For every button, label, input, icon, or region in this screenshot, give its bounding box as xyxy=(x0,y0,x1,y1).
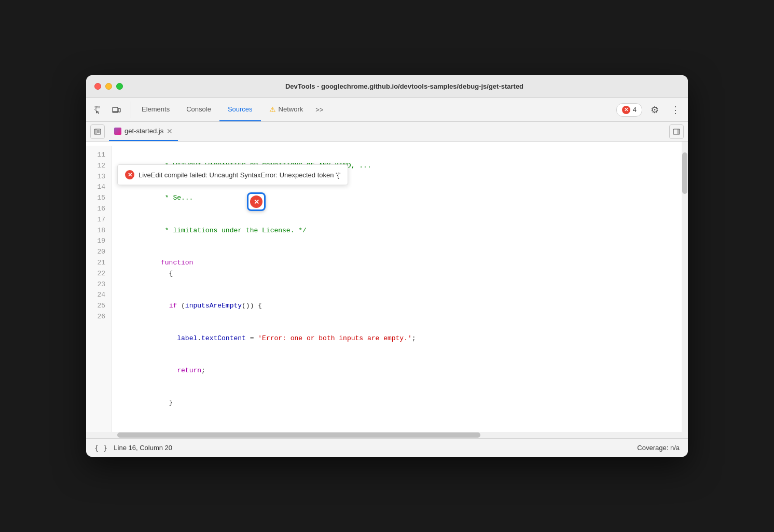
title-bar: DevTools - googlechrome.github.io/devtoo… xyxy=(86,75,688,98)
line-num-12: 12 xyxy=(86,161,112,172)
settings-icon[interactable]: ⚙ xyxy=(646,102,663,118)
line-num-20: 20 xyxy=(86,247,112,258)
line-num-19: 19 xyxy=(86,236,112,247)
coverage-status: Coverage: n/a xyxy=(637,444,680,452)
sidebar-toggle-button[interactable] xyxy=(90,124,105,139)
code-line-12: * Se... xyxy=(120,182,688,214)
line-num-26: 26 xyxy=(86,312,112,323)
line-num-16: 16 xyxy=(86,204,112,215)
status-bar: { } Line 16, Column 20 Coverage: n/a xyxy=(86,438,688,457)
vertical-scrollbar-track[interactable] xyxy=(682,142,688,432)
more-options-icon[interactable]: ⋮ xyxy=(667,102,684,118)
file-tab-get-started-js[interactable]: get-started.js ✕ xyxy=(109,122,178,141)
code-line-16: label.textContent = 'Error: one or both … xyxy=(120,323,688,355)
tabs-overflow-button[interactable]: >> xyxy=(311,98,327,121)
code-line-17: return; xyxy=(120,355,688,387)
svg-rect-2 xyxy=(95,109,96,110)
line-numbers: 11 12 13 14 15 16 17 18 19 20 21 22 23 2… xyxy=(86,146,112,432)
toolbar-right: ✕ 4 ⚙ ⋮ xyxy=(616,102,684,118)
devtools-toolbar: Elements Console Sources ⚠ Network >> ✕ … xyxy=(86,98,688,122)
line-num-17: 17 xyxy=(86,215,112,226)
line-num-21: 21 xyxy=(86,258,112,269)
code-lines[interactable]: * WITHOUT WARRANTIES OR CONDITIONS OF AN… xyxy=(112,146,688,432)
error-count-badge[interactable]: ✕ 4 xyxy=(616,103,642,117)
maximize-button[interactable] xyxy=(116,83,123,90)
file-tabs-bar: get-started.js ✕ xyxy=(86,122,688,142)
error-tooltip: ✕ LiveEdit compile failed: Uncaught Synt… xyxy=(117,164,348,185)
line-num-11: 11 xyxy=(86,150,112,161)
window-title: DevTools - googlechrome.github.io/devtoo… xyxy=(129,82,680,90)
network-warning-icon: ⚠ xyxy=(269,105,276,114)
code-line-15: if (inputsAreEmpty()) { xyxy=(120,290,688,322)
devtools-tabs: Elements Console Sources ⚠ Network >> xyxy=(133,98,616,121)
inspect-icon[interactable] xyxy=(90,102,107,118)
inline-error-marker[interactable]: ✕ xyxy=(247,192,266,211)
svg-rect-4 xyxy=(118,108,120,112)
pretty-print-button[interactable]: { } xyxy=(94,444,107,452)
line-num-15: 15 xyxy=(86,193,112,204)
line-num-13: 13 xyxy=(86,172,112,183)
error-tooltip-icon: ✕ xyxy=(125,170,134,179)
error-icon: ✕ xyxy=(622,106,630,114)
horizontal-scrollbar-track[interactable] xyxy=(86,432,688,438)
traffic-lights xyxy=(94,83,123,90)
code-line-19: updateLabel(); xyxy=(120,419,688,432)
cursor-position: Line 16, Column 20 xyxy=(114,444,172,452)
line-num-18: 18 xyxy=(86,226,112,236)
js-file-icon xyxy=(114,128,121,135)
code-content: 11 12 13 14 15 16 17 18 19 20 21 22 23 2… xyxy=(86,142,688,432)
svg-rect-1 xyxy=(98,106,99,108)
code-line-14: function { xyxy=(120,247,688,290)
tab-sources[interactable]: Sources xyxy=(219,98,261,121)
file-close-button[interactable]: ✕ xyxy=(167,128,173,135)
code-line-13: * limitations under the License. */ xyxy=(120,215,688,247)
line-num-23: 23 xyxy=(86,279,112,290)
svg-rect-0 xyxy=(95,106,96,108)
minimize-button[interactable] xyxy=(105,83,112,90)
horizontal-scrollbar-thumb[interactable] xyxy=(117,432,480,438)
line-num-22: 22 xyxy=(86,269,112,279)
line-num-24: 24 xyxy=(86,290,112,301)
vertical-scrollbar-thumb[interactable] xyxy=(682,152,687,194)
error-tooltip-message: LiveEdit compile failed: Uncaught Syntax… xyxy=(139,171,340,179)
status-bar-left: { } Line 16, Column 20 xyxy=(94,444,172,452)
svg-rect-11 xyxy=(673,129,680,134)
file-tab-label: get-started.js xyxy=(125,127,163,135)
devtools-window: DevTools - googlechrome.github.io/devtoo… xyxy=(86,75,688,457)
close-button[interactable] xyxy=(94,83,101,90)
line-num-25: 25 xyxy=(86,301,112,312)
code-line-18: } xyxy=(120,387,688,419)
line-num-14: 14 xyxy=(86,182,112,193)
code-editor-area: ✕ LiveEdit compile failed: Uncaught Synt… xyxy=(86,142,688,432)
inline-error-circle-icon: ✕ xyxy=(250,195,262,208)
tab-elements[interactable]: Elements xyxy=(133,98,178,121)
tab-network[interactable]: ⚠ Network xyxy=(261,98,312,121)
toolbar-left-icons xyxy=(90,102,131,118)
collapse-panel-button[interactable] xyxy=(669,124,684,139)
tab-console[interactable]: Console xyxy=(178,98,219,121)
device-toggle-icon[interactable] xyxy=(108,102,125,118)
